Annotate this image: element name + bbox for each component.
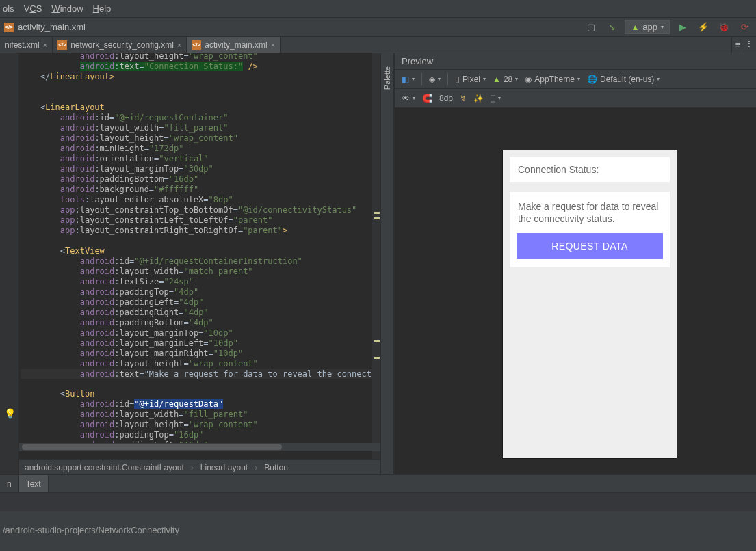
surface-selector-icon[interactable]: ◧▾: [402, 75, 415, 84]
android-icon: ▲: [631, 23, 639, 32]
editor-gutter[interactable]: 💡: [0, 53, 19, 474]
preview-pane: Preview ◧▾ ◈▾ ▯ Pixel▾ ▲ 28▾ ◉ AppTheme▾…: [394, 53, 756, 474]
main-content-row: 💡 android:layout_height="wrap_content" a…: [0, 53, 756, 474]
close-icon[interactable]: ×: [177, 41, 181, 49]
menu-tools[interactable]: ols: [3, 3, 14, 14]
device-preview[interactable]: Connection Status: Make a request for da…: [503, 150, 677, 458]
tab-network-security-config[interactable]: </> network_security_config.xml ×: [53, 37, 187, 53]
device-selector[interactable]: ▯ Pixel▾: [455, 75, 486, 84]
device-frame-icon[interactable]: ▢: [584, 20, 599, 35]
tab-activity-main[interactable]: </> activity_main.xml ×: [187, 37, 281, 53]
editor-mode-tabs: n Text: [0, 474, 756, 492]
tab-label: network_security_config.xml: [70, 40, 174, 50]
theme-selector[interactable]: ◉ AppTheme▾: [525, 75, 580, 84]
design-toolbar: ◧▾ ◈▾ ▯ Pixel▾ ▲ 28▾ ◉ AppTheme▾ 🌐 Defau…: [395, 70, 756, 89]
text-tab[interactable]: Text: [19, 475, 49, 492]
tab-manifest[interactable]: nifest.xml ×: [0, 37, 53, 53]
xml-file-icon: </>: [4, 23, 14, 32]
connection-status-label: Connection Status:: [518, 164, 599, 175]
infer-constraints-icon[interactable]: ↯: [460, 94, 467, 103]
breadcrumb-file[interactable]: activity_main.xml: [18, 22, 86, 32]
status-bar: /android-studio-projects/NetworkConnecti…: [0, 511, 756, 548]
preview-title: Preview: [402, 56, 433, 66]
status-strip: [0, 492, 756, 511]
tab-label: nifest.xml: [5, 40, 40, 50]
connection-status-card: Connection Status:: [510, 157, 670, 182]
breadcrumb-item[interactable]: Button: [264, 463, 288, 472]
code-editor[interactable]: android:layout_height="wrap_content" and…: [19, 53, 380, 474]
preview-header: Preview: [395, 53, 756, 70]
tab-overflow-icon[interactable]: ⠇: [744, 37, 756, 53]
intention-bulb-icon[interactable]: 💡: [4, 408, 16, 419]
navigation-bar: </> activity_main.xml ▢ ↘ ▲ app ▾ ▶ ⚡ 🐞 …: [0, 18, 756, 37]
visibility-icon[interactable]: 👁▾: [402, 94, 415, 103]
tab-label: activity_main.xml: [205, 40, 267, 50]
clear-constraints-icon[interactable]: ✨: [473, 94, 484, 103]
scrollbar-thumb[interactable]: [22, 444, 282, 450]
editor-tabs: nifest.xml × </> network_security_config…: [0, 37, 756, 53]
run-config-selector[interactable]: ▲ app ▾: [625, 20, 670, 34]
menu-help[interactable]: Help: [93, 3, 112, 14]
run-config-name: app: [642, 22, 657, 32]
tab-list-icon[interactable]: ≡: [731, 37, 744, 53]
design-toolbar-2: 👁▾ 🧲 8dp ↯ ✨ ⌶▾: [395, 89, 756, 108]
locale-selector[interactable]: 🌐 Default (en-us) ▾: [587, 75, 660, 84]
attach-debugger-icon[interactable]: ⟳: [737, 20, 752, 35]
request-container: Make a request for data to reveal the co…: [510, 192, 670, 267]
palette-label[interactable]: Palette: [383, 66, 391, 90]
magnet-icon[interactable]: 🧲: [422, 94, 432, 103]
menu-window[interactable]: Window: [51, 3, 83, 14]
main-menu-bar[interactable]: ols VCS Window Help: [0, 0, 756, 18]
xml-file-icon: </>: [57, 40, 67, 50]
status-path: /android-studio-projects/NetworkConnecti…: [3, 525, 179, 535]
apply-changes-icon[interactable]: ⚡: [696, 20, 711, 35]
guidelines-icon[interactable]: ⌶▾: [491, 94, 501, 103]
horizontal-scrollbar[interactable]: [19, 443, 380, 451]
chevron-right-icon: ›: [255, 463, 257, 472]
structure-breadcrumb[interactable]: android.support.constraint.ConstraintLay…: [19, 459, 380, 474]
api-selector[interactable]: ▲ 28▾: [493, 75, 518, 84]
close-icon[interactable]: ×: [271, 41, 275, 49]
breadcrumb-item[interactable]: LinearLayout: [200, 463, 248, 472]
menu-vcs[interactable]: VCS: [24, 3, 42, 14]
orientation-icon[interactable]: ◈▾: [429, 75, 441, 84]
design-tab[interactable]: n: [0, 475, 19, 492]
sync-gradle-icon[interactable]: ↘: [604, 20, 619, 35]
run-button[interactable]: ▶: [675, 20, 690, 35]
request-data-button[interactable]: REQUEST DATA: [517, 233, 663, 259]
request-instruction: Make a request for data to reveal the co…: [517, 199, 663, 225]
chevron-right-icon: ›: [191, 463, 194, 472]
close-icon[interactable]: ×: [43, 41, 47, 49]
default-margin[interactable]: 8dp: [439, 94, 453, 103]
xml-file-icon: </>: [192, 40, 201, 50]
breadcrumb-item[interactable]: android.support.constraint.ConstraintLay…: [25, 463, 184, 472]
design-canvas[interactable]: Connection Status: Make a request for da…: [395, 108, 756, 474]
palette-tool-strip[interactable]: Palette: [380, 53, 394, 474]
debug-button[interactable]: 🐞: [716, 20, 731, 35]
marker-bar[interactable]: [372, 53, 380, 474]
